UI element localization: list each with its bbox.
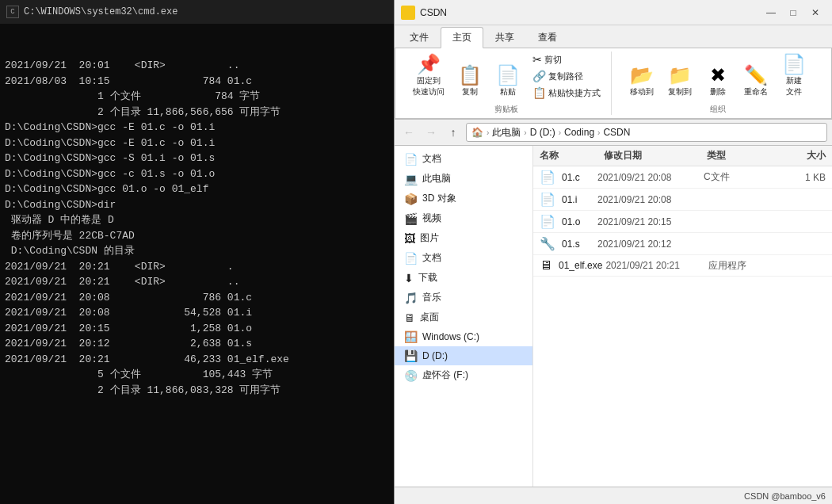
move-to-label: 移动到 (630, 86, 654, 97)
ribbon-tab-主页[interactable]: 主页 (441, 27, 483, 48)
cmd-titlebar: C C:\WINDOWS\system32\cmd.exe (0, 0, 394, 24)
address-path[interactable]: 🏠 › 此电脑 › D (D:) › Coding › CSDN (466, 123, 827, 142)
sidebar-item-music[interactable]: 🎵 音乐 (395, 288, 532, 307)
table-row[interactable]: 📄01.o2021/09/21 20:15 (533, 211, 832, 233)
statusbar-text: CSDN @bamboo_v6 (744, 491, 826, 501)
file-icon: 🔧 (540, 236, 555, 251)
pin-to-quick-access-button[interactable]: 📌 固定到快速访问 (408, 52, 449, 101)
cmd-window[interactable]: C C:\WINDOWS\system32\cmd.exe 2021/09/21… (0, 0, 394, 504)
cut-button[interactable]: ✂ 剪切 (529, 52, 605, 67)
sidebar-item-windows-c[interactable]: 🪟 Windows (C:) (395, 327, 532, 346)
cmd-content: 2021/09/21 20:01 <DIR> ..2021/08/03 10:1… (0, 24, 394, 401)
col-size-header[interactable]: 大小 (770, 149, 826, 162)
path-csdn[interactable]: CSDN (603, 127, 630, 138)
cut-label: 剪切 (544, 54, 562, 66)
cmd-title: C:\WINDOWS\system32\cmd.exe (24, 6, 177, 17)
cmd-line: D:\Coding\CSDN 的目录 (5, 243, 389, 259)
cmd-line: 2021/09/21 20:21 <DIR> . (5, 259, 389, 275)
minimize-button[interactable]: — (761, 5, 781, 21)
table-row[interactable]: 📄01.c2021/09/21 20:08C文件1 KB (533, 166, 832, 189)
3d-icon: 📦 (404, 193, 418, 205)
up-button[interactable]: ↑ (444, 123, 463, 142)
file-list: 名称 修改日期 类型 大小 📄01.c2021/09/21 20:08C文件1 … (533, 146, 832, 487)
sidebar-item-this-pc[interactable]: 💻 此电脑 (395, 169, 532, 189)
rename-button[interactable]: ✏️ 重命名 (738, 63, 773, 101)
path-home-icon[interactable]: 🏠 (471, 127, 483, 138)
sidebar-item-d-drive[interactable]: 💾 D (D:) (395, 346, 532, 365)
sidebar-item-f-drive[interactable]: 💿 虚怀谷 (F:) (395, 365, 532, 385)
sidebar-item-desktop[interactable]: 🖥 桌面 (395, 307, 532, 327)
file-rows: 📄01.c2021/09/21 20:08C文件1 KB📄01.i2021/09… (533, 166, 832, 277)
sidebar-item-this-pc-label: 此电脑 (422, 172, 451, 185)
table-row[interactable]: 📄01.i2021/09/21 20:08 (533, 189, 832, 211)
file-date: 2021/09/21 20:15 (597, 216, 700, 227)
path-d-drive[interactable]: D (D:) (530, 127, 555, 138)
organize-label: 组织 (710, 104, 726, 115)
clipboard-group: 📌 固定到快速访问 📋 复制 📄 粘贴 ✂ 剪切 (402, 52, 612, 115)
cmd-line: 5 个文件 105,443 字节 (5, 367, 389, 383)
col-type-header[interactable]: 类型 (707, 149, 770, 162)
cmd-line: D:\Coding\CSDN>dir (5, 197, 389, 213)
exp-titlebar: CSDN — □ ✕ (395, 0, 832, 25)
clipboard-label: 剪贴板 (494, 104, 518, 115)
sidebar-item-docs[interactable]: 📄 文档 (395, 149, 532, 169)
sidebar-item-downloads-label: 下载 (418, 271, 437, 284)
pin-icon: 📌 (417, 55, 441, 74)
cmd-line: D:\Coding\CSDN>gcc -E 01.c -o 01.i (5, 120, 389, 136)
organize-group: 📂 移动到 📁 复制到 ✖ 删除 ✏️ 重命名 (618, 52, 818, 115)
sidebar-item-windows-c-label: Windows (C:) (422, 331, 479, 342)
file-icon: 📄 (540, 170, 555, 185)
rename-label: 重命名 (744, 86, 768, 97)
delete-button[interactable]: ✖ 删除 (700, 63, 735, 101)
explorer-window[interactable]: CSDN — □ ✕ 文件主页共享查看 📌 固定到快速访问 📋 复制 (394, 0, 832, 504)
downloads-icon: ⬇ (404, 272, 414, 284)
sidebar-item-pictures[interactable]: 🖼 图片 (395, 228, 532, 248)
sidebar-item-d-drive-label: D (D:) (422, 350, 448, 361)
paste-shortcut-icon: 📋 (532, 86, 546, 99)
col-date-header[interactable]: 修改日期 (604, 149, 707, 162)
close-button[interactable]: ✕ (805, 5, 826, 21)
move-to-button[interactable]: 📂 移动到 (624, 63, 659, 101)
maximize-button[interactable]: □ (783, 5, 803, 21)
table-row[interactable]: 🔧01.s2021/09/21 20:12 (533, 233, 832, 255)
sidebar-item-pictures-label: 图片 (420, 231, 439, 245)
paste-shortcut-button[interactable]: 📋 粘贴快捷方式 (529, 85, 605, 101)
cmd-line: 2021/08/03 10:15 784 01.c (5, 74, 389, 90)
path-coding[interactable]: Coding (564, 127, 594, 138)
ribbon-content: 📌 固定到快速访问 📋 复制 📄 粘贴 ✂ 剪切 (395, 48, 832, 119)
sidebar-item-3d[interactable]: 📦 3D 对象 (395, 189, 532, 208)
sidebar-item-downloads[interactable]: ⬇ 下载 (395, 268, 532, 288)
exp-main: 📄 文档 💻 此电脑 📦 3D 对象 🎬 视频 🖼 图片 📄 文档 (395, 146, 832, 487)
copy-path-icon: 🔗 (532, 70, 546, 82)
cmd-line: 2 个目录 11,866,566,656 可用字节 (5, 105, 389, 120)
music-icon: 🎵 (404, 292, 418, 304)
ribbon-tab-文件[interactable]: 文件 (398, 27, 441, 48)
clipboard-small-group: ✂ 剪切 🔗 复制路径 📋 粘贴快捷方式 (529, 52, 605, 101)
copy-path-button[interactable]: 🔗 复制路径 (529, 68, 605, 84)
address-bar: ← → ↑ 🏠 › 此电脑 › D (D:) › Coding › CSDN (395, 120, 832, 146)
copy-to-button[interactable]: 📁 复制到 (662, 63, 697, 101)
window-title: CSDN (420, 7, 756, 18)
desktop-icon: 🖥 (404, 311, 415, 324)
copy-button[interactable]: 📋 复制 (452, 63, 487, 101)
table-row[interactable]: 🖥01_elf.exe2021/09/21 20:21应用程序 (533, 255, 832, 277)
sidebar-item-video[interactable]: 🎬 视频 (395, 208, 532, 228)
cmd-line: 2021/09/21 20:21 46,233 01_elf.exe (5, 352, 389, 368)
forward-button[interactable]: → (422, 123, 441, 142)
folder-icon (401, 6, 415, 20)
new-file-button[interactable]: 📄 新建文件 (777, 52, 811, 101)
file-type: C文件 (704, 170, 767, 184)
back-button[interactable]: ← (399, 123, 418, 142)
sidebar-item-f-drive-label: 虚怀谷 (F:) (422, 368, 468, 382)
paste-button[interactable]: 📄 粘贴 (490, 63, 525, 101)
ribbon-tab-查看[interactable]: 查看 (526, 27, 569, 48)
sidebar-item-desktop-label: 桌面 (420, 311, 439, 324)
file-date: 2021/09/21 20:12 (597, 239, 700, 250)
ribbon-tab-共享[interactable]: 共享 (483, 27, 526, 48)
file-name: 01_elf.exe (559, 260, 602, 271)
pictures-icon: 🖼 (404, 232, 415, 245)
path-pc[interactable]: 此电脑 (492, 126, 521, 139)
col-name-header[interactable]: 名称 (540, 149, 604, 162)
new-file-icon: 📄 (782, 55, 806, 74)
sidebar-item-documents[interactable]: 📄 文档 (395, 248, 532, 268)
